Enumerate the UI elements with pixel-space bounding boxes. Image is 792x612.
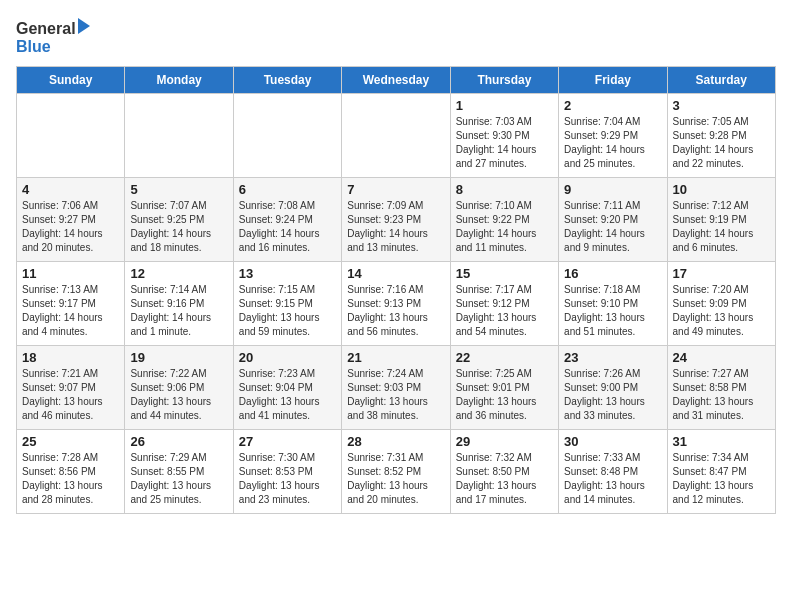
day-number: 5	[130, 182, 227, 197]
day-number: 23	[564, 350, 661, 365]
day-number: 28	[347, 434, 444, 449]
day-info: Sunrise: 7:25 AMSunset: 9:01 PMDaylight:…	[456, 367, 553, 423]
calendar-cell: 30Sunrise: 7:33 AMSunset: 8:48 PMDayligh…	[559, 430, 667, 514]
day-info: Sunrise: 7:30 AMSunset: 8:53 PMDaylight:…	[239, 451, 336, 507]
day-info: Sunrise: 7:31 AMSunset: 8:52 PMDaylight:…	[347, 451, 444, 507]
calendar-cell: 7Sunrise: 7:09 AMSunset: 9:23 PMDaylight…	[342, 178, 450, 262]
calendar-cell: 19Sunrise: 7:22 AMSunset: 9:06 PMDayligh…	[125, 346, 233, 430]
page-header: GeneralBlue	[16, 16, 776, 58]
day-number: 1	[456, 98, 553, 113]
calendar-cell: 5Sunrise: 7:07 AMSunset: 9:25 PMDaylight…	[125, 178, 233, 262]
calendar-cell: 29Sunrise: 7:32 AMSunset: 8:50 PMDayligh…	[450, 430, 558, 514]
day-number: 16	[564, 266, 661, 281]
day-info: Sunrise: 7:16 AMSunset: 9:13 PMDaylight:…	[347, 283, 444, 339]
day-number: 31	[673, 434, 770, 449]
calendar-cell: 20Sunrise: 7:23 AMSunset: 9:04 PMDayligh…	[233, 346, 341, 430]
day-number: 30	[564, 434, 661, 449]
day-number: 8	[456, 182, 553, 197]
calendar-cell: 14Sunrise: 7:16 AMSunset: 9:13 PMDayligh…	[342, 262, 450, 346]
day-info: Sunrise: 7:11 AMSunset: 9:20 PMDaylight:…	[564, 199, 661, 255]
calendar-cell: 16Sunrise: 7:18 AMSunset: 9:10 PMDayligh…	[559, 262, 667, 346]
day-number: 18	[22, 350, 119, 365]
day-info: Sunrise: 7:20 AMSunset: 9:09 PMDaylight:…	[673, 283, 770, 339]
day-info: Sunrise: 7:28 AMSunset: 8:56 PMDaylight:…	[22, 451, 119, 507]
day-number: 4	[22, 182, 119, 197]
calendar-week-row: 4Sunrise: 7:06 AMSunset: 9:27 PMDaylight…	[17, 178, 776, 262]
day-info: Sunrise: 7:05 AMSunset: 9:28 PMDaylight:…	[673, 115, 770, 171]
column-header-sunday: Sunday	[17, 67, 125, 94]
day-info: Sunrise: 7:08 AMSunset: 9:24 PMDaylight:…	[239, 199, 336, 255]
day-info: Sunrise: 7:21 AMSunset: 9:07 PMDaylight:…	[22, 367, 119, 423]
calendar-cell: 1Sunrise: 7:03 AMSunset: 9:30 PMDaylight…	[450, 94, 558, 178]
calendar-cell: 18Sunrise: 7:21 AMSunset: 9:07 PMDayligh…	[17, 346, 125, 430]
calendar-cell: 12Sunrise: 7:14 AMSunset: 9:16 PMDayligh…	[125, 262, 233, 346]
calendar-cell: 28Sunrise: 7:31 AMSunset: 8:52 PMDayligh…	[342, 430, 450, 514]
calendar-cell: 3Sunrise: 7:05 AMSunset: 9:28 PMDaylight…	[667, 94, 775, 178]
day-info: Sunrise: 7:34 AMSunset: 8:47 PMDaylight:…	[673, 451, 770, 507]
calendar-cell: 25Sunrise: 7:28 AMSunset: 8:56 PMDayligh…	[17, 430, 125, 514]
day-info: Sunrise: 7:06 AMSunset: 9:27 PMDaylight:…	[22, 199, 119, 255]
calendar-cell: 21Sunrise: 7:24 AMSunset: 9:03 PMDayligh…	[342, 346, 450, 430]
day-number: 12	[130, 266, 227, 281]
day-number: 9	[564, 182, 661, 197]
calendar-cell: 10Sunrise: 7:12 AMSunset: 9:19 PMDayligh…	[667, 178, 775, 262]
column-header-thursday: Thursday	[450, 67, 558, 94]
day-info: Sunrise: 7:09 AMSunset: 9:23 PMDaylight:…	[347, 199, 444, 255]
calendar-week-row: 11Sunrise: 7:13 AMSunset: 9:17 PMDayligh…	[17, 262, 776, 346]
day-number: 24	[673, 350, 770, 365]
day-number: 27	[239, 434, 336, 449]
day-info: Sunrise: 7:04 AMSunset: 9:29 PMDaylight:…	[564, 115, 661, 171]
day-number: 11	[22, 266, 119, 281]
day-info: Sunrise: 7:07 AMSunset: 9:25 PMDaylight:…	[130, 199, 227, 255]
svg-text:Blue: Blue	[16, 38, 51, 55]
calendar-cell: 6Sunrise: 7:08 AMSunset: 9:24 PMDaylight…	[233, 178, 341, 262]
calendar-cell: 23Sunrise: 7:26 AMSunset: 9:00 PMDayligh…	[559, 346, 667, 430]
day-number: 7	[347, 182, 444, 197]
day-number: 2	[564, 98, 661, 113]
day-info: Sunrise: 7:22 AMSunset: 9:06 PMDaylight:…	[130, 367, 227, 423]
calendar-cell: 15Sunrise: 7:17 AMSunset: 9:12 PMDayligh…	[450, 262, 558, 346]
calendar-cell	[233, 94, 341, 178]
calendar-cell: 31Sunrise: 7:34 AMSunset: 8:47 PMDayligh…	[667, 430, 775, 514]
day-number: 21	[347, 350, 444, 365]
day-info: Sunrise: 7:32 AMSunset: 8:50 PMDaylight:…	[456, 451, 553, 507]
column-header-tuesday: Tuesday	[233, 67, 341, 94]
column-header-wednesday: Wednesday	[342, 67, 450, 94]
calendar-cell	[125, 94, 233, 178]
day-info: Sunrise: 7:14 AMSunset: 9:16 PMDaylight:…	[130, 283, 227, 339]
column-header-monday: Monday	[125, 67, 233, 94]
calendar-table: SundayMondayTuesdayWednesdayThursdayFrid…	[16, 66, 776, 514]
day-number: 15	[456, 266, 553, 281]
day-number: 22	[456, 350, 553, 365]
column-header-saturday: Saturday	[667, 67, 775, 94]
day-info: Sunrise: 7:12 AMSunset: 9:19 PMDaylight:…	[673, 199, 770, 255]
logo: GeneralBlue	[16, 16, 96, 58]
day-info: Sunrise: 7:13 AMSunset: 9:17 PMDaylight:…	[22, 283, 119, 339]
calendar-cell: 4Sunrise: 7:06 AMSunset: 9:27 PMDaylight…	[17, 178, 125, 262]
day-info: Sunrise: 7:18 AMSunset: 9:10 PMDaylight:…	[564, 283, 661, 339]
day-info: Sunrise: 7:17 AMSunset: 9:12 PMDaylight:…	[456, 283, 553, 339]
day-info: Sunrise: 7:15 AMSunset: 9:15 PMDaylight:…	[239, 283, 336, 339]
day-info: Sunrise: 7:29 AMSunset: 8:55 PMDaylight:…	[130, 451, 227, 507]
calendar-cell: 11Sunrise: 7:13 AMSunset: 9:17 PMDayligh…	[17, 262, 125, 346]
day-info: Sunrise: 7:26 AMSunset: 9:00 PMDaylight:…	[564, 367, 661, 423]
calendar-cell: 13Sunrise: 7:15 AMSunset: 9:15 PMDayligh…	[233, 262, 341, 346]
day-number: 6	[239, 182, 336, 197]
day-info: Sunrise: 7:23 AMSunset: 9:04 PMDaylight:…	[239, 367, 336, 423]
day-number: 13	[239, 266, 336, 281]
calendar-week-row: 25Sunrise: 7:28 AMSunset: 8:56 PMDayligh…	[17, 430, 776, 514]
day-info: Sunrise: 7:10 AMSunset: 9:22 PMDaylight:…	[456, 199, 553, 255]
day-number: 19	[130, 350, 227, 365]
calendar-header-row: SundayMondayTuesdayWednesdayThursdayFrid…	[17, 67, 776, 94]
day-number: 3	[673, 98, 770, 113]
calendar-cell: 17Sunrise: 7:20 AMSunset: 9:09 PMDayligh…	[667, 262, 775, 346]
svg-text:General: General	[16, 20, 76, 37]
day-number: 17	[673, 266, 770, 281]
calendar-cell: 22Sunrise: 7:25 AMSunset: 9:01 PMDayligh…	[450, 346, 558, 430]
day-info: Sunrise: 7:03 AMSunset: 9:30 PMDaylight:…	[456, 115, 553, 171]
calendar-cell	[342, 94, 450, 178]
day-number: 14	[347, 266, 444, 281]
calendar-cell: 24Sunrise: 7:27 AMSunset: 8:58 PMDayligh…	[667, 346, 775, 430]
day-number: 26	[130, 434, 227, 449]
day-info: Sunrise: 7:33 AMSunset: 8:48 PMDaylight:…	[564, 451, 661, 507]
